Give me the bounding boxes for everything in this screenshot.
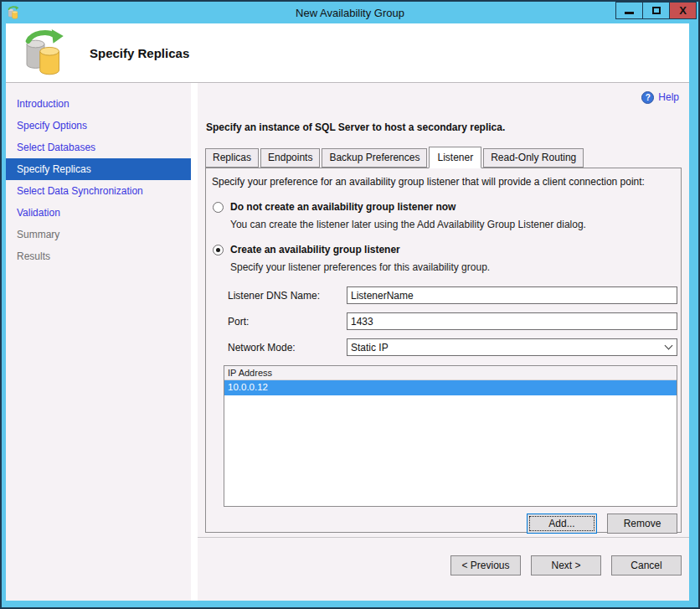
sidebar-item-select-data-synchronization[interactable]: Select Data Synchronization bbox=[6, 180, 191, 202]
minimize-icon bbox=[625, 12, 634, 14]
radio-button-checked-icon[interactable] bbox=[213, 245, 224, 255]
sidebar-divider bbox=[191, 83, 198, 601]
remove-button[interactable]: Remove bbox=[607, 514, 677, 534]
maximize-icon bbox=[652, 7, 661, 14]
tab-endpoints[interactable]: Endpoints bbox=[260, 148, 320, 168]
listener-tab-page: Specify your preference for an availabil… bbox=[205, 168, 682, 533]
network-mode-label: Network Mode: bbox=[228, 342, 347, 354]
dns-name-label: Listener DNS Name: bbox=[228, 290, 347, 302]
sidebar-item-specify-replicas[interactable]: Specify Replicas bbox=[6, 158, 191, 180]
tab-replicas[interactable]: Replicas bbox=[205, 148, 259, 168]
port-label: Port: bbox=[228, 316, 347, 328]
tab-strip: Replicas Endpoints Backup Preferences Li… bbox=[205, 147, 689, 168]
sidebar-item-summary: Summary bbox=[6, 224, 191, 245]
close-button[interactable]: X bbox=[669, 2, 697, 19]
step-heading: Specify an instance of SQL Server to hos… bbox=[206, 121, 689, 133]
ip-address-list: IP Address 10.0.0.12 bbox=[224, 365, 677, 507]
tab-backup-preferences[interactable]: Backup Preferences bbox=[322, 148, 427, 168]
port-input[interactable] bbox=[347, 312, 677, 330]
radio-create-listener[interactable]: Create an availability group listener bbox=[213, 244, 681, 255]
close-icon: X bbox=[679, 5, 687, 16]
radio-no-listener-label: Do not create an availability group list… bbox=[230, 201, 456, 213]
sidebar-item-introduction[interactable]: Introduction bbox=[6, 93, 191, 115]
dialog-content: Specify Replicas Introduction Specify Op… bbox=[6, 23, 689, 601]
tab-read-only-routing[interactable]: Read-Only Routing bbox=[483, 148, 584, 168]
cancel-button[interactable]: Cancel bbox=[611, 555, 682, 575]
tab-listener[interactable]: Listener bbox=[429, 147, 481, 168]
radio-create-listener-description: Specify your listener preferences for th… bbox=[230, 261, 681, 273]
sidebar-item-results: Results bbox=[6, 245, 191, 267]
wizard-window: New Availability Group X Specify Replica… bbox=[0, 0, 700, 609]
window-title: New Availability Group bbox=[2, 7, 698, 19]
main-pane: ? Help Specify an instance of SQL Server… bbox=[198, 83, 689, 601]
listener-instruction: Specify your preference for an availabil… bbox=[206, 168, 681, 188]
page-title: Specify Replicas bbox=[90, 46, 189, 60]
list-item[interactable]: 10.0.0.12 bbox=[224, 380, 677, 395]
sidebar-item-validation[interactable]: Validation bbox=[6, 202, 191, 224]
radio-no-listener-description: You can create the listener later using … bbox=[230, 219, 681, 230]
radio-no-listener[interactable]: Do not create an availability group list… bbox=[213, 201, 681, 213]
help-icon[interactable]: ? bbox=[641, 91, 654, 104]
network-mode-value: Static IP bbox=[351, 342, 666, 354]
minimize-button[interactable] bbox=[615, 2, 643, 19]
sidebar-item-specify-options[interactable]: Specify Options bbox=[6, 115, 191, 137]
titlebar[interactable]: New Availability Group X bbox=[2, 2, 698, 23]
dns-name-input[interactable] bbox=[347, 286, 677, 304]
next-button[interactable]: Next > bbox=[531, 555, 601, 575]
wizard-steps-sidebar: Introduction Specify Options Select Data… bbox=[6, 83, 191, 601]
network-mode-select[interactable]: Static IP bbox=[347, 338, 677, 356]
help-link[interactable]: Help bbox=[658, 91, 679, 103]
chevron-down-icon bbox=[665, 342, 673, 350]
wizard-header: Specify Replicas bbox=[6, 23, 689, 83]
add-button[interactable]: Add... bbox=[527, 514, 597, 534]
previous-button[interactable]: < Previous bbox=[450, 555, 521, 575]
radio-button-icon[interactable] bbox=[213, 202, 224, 213]
ip-address-column-header[interactable]: IP Address bbox=[224, 366, 677, 380]
wizard-footer: < Previous Next > Cancel bbox=[198, 537, 689, 601]
sidebar-item-select-databases[interactable]: Select Databases bbox=[6, 137, 191, 158]
replicas-icon bbox=[21, 29, 68, 76]
radio-create-listener-label: Create an availability group listener bbox=[230, 244, 400, 255]
maximize-button[interactable] bbox=[642, 2, 670, 19]
